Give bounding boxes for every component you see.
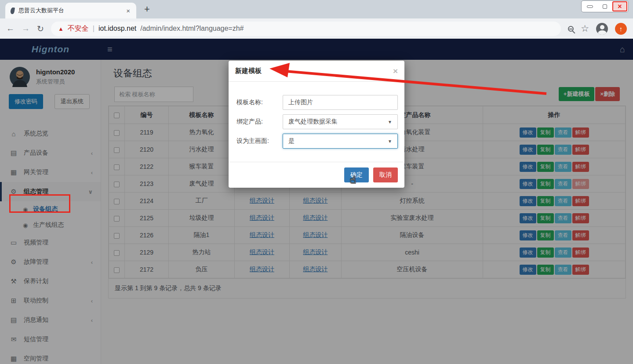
restore-button[interactable] [597,1,612,11]
browser-chrome: 思普云大数据平台 × + × ← → ↻ ▲ 不安全 | iot.idosp.n… [0,0,633,39]
url-separator: | [93,25,95,33]
caret-down-icon: ▼ [388,139,392,144]
template-name-input[interactable] [283,95,398,110]
bookmark-star-icon[interactable]: ☆ [581,23,589,34]
caret-down-icon: ▼ [388,120,392,124]
close-window-button[interactable]: × [612,1,627,11]
url-domain: iot.idosp.net [98,25,136,33]
modal-close-icon[interactable]: × [393,67,398,75]
site-favicon-icon [10,7,15,14]
tab-title: 思普云大数据平台 [18,7,121,15]
template-name-label: 模板名称: [236,98,283,106]
tab-strip: 思普云大数据平台 × + × [0,0,633,18]
zoom-icon[interactable] [568,26,574,32]
back-icon[interactable]: ← [6,24,15,33]
confirm-button[interactable]: 确定 [344,167,369,182]
new-tab-button[interactable]: + [144,4,150,15]
url-path: /admin/index.html?language=zh# [140,25,244,33]
browser-profile-avatar[interactable] [596,23,608,35]
main-screen-select[interactable]: 是 ▼ [283,134,398,149]
browser-update-icon[interactable]: ↑ [615,23,627,35]
browser-toolbar: ← → ↻ ▲ 不安全 | iot.idosp.net /admin/index… [0,18,633,39]
window-controls: × [581,0,629,12]
forward-icon[interactable]: → [22,24,30,33]
minimize-icon [587,5,593,8]
cancel-button[interactable]: 取消 [373,167,398,182]
close-icon: × [618,3,622,10]
insecure-warning-icon: ▲ [58,26,64,32]
insecure-warning-label[interactable]: 不安全 [68,24,89,33]
bind-product-label: 绑定产品: [236,118,283,126]
address-bar[interactable]: ▲ 不安全 | iot.idosp.net /admin/index.html?… [51,22,561,36]
new-template-modal: 新建模板 × 模板名称: 绑定产品: 废气处理数据采集 ▼ 设为主画面: 是 ▼… [229,61,404,188]
restore-icon [603,4,607,9]
tab-close-icon[interactable]: × [125,7,131,15]
bind-product-select[interactable]: 废气处理数据采集 ▼ [283,114,398,129]
main-screen-label: 设为主画面: [236,137,283,145]
modal-title: 新建模板 [235,67,262,75]
minimize-button[interactable] [582,1,597,11]
browser-tab[interactable]: 思普云大数据平台 × [5,3,136,18]
reload-icon[interactable]: ↻ [37,24,44,34]
